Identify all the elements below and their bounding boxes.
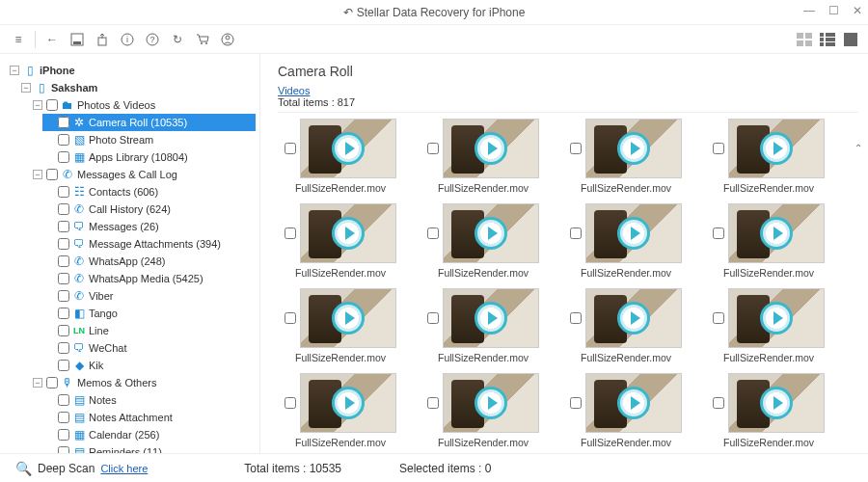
video-thumbnail[interactable] xyxy=(585,288,682,348)
thumbnail-checkbox[interactable] xyxy=(427,228,439,239)
thumbnail-item[interactable]: FullSizeRender.mov xyxy=(420,119,546,194)
view-list-icons[interactable] xyxy=(818,32,837,47)
video-thumbnail[interactable] xyxy=(728,203,825,263)
footer-selected-items: Selected items : 0 xyxy=(399,462,491,475)
thumbnail-item[interactable]: FullSizeRender.mov xyxy=(420,288,546,363)
thumbnail-item[interactable]: FullSizeRender.mov xyxy=(706,373,831,448)
thumbnail-item[interactable]: FullSizeRender.mov xyxy=(706,288,831,363)
thumbnail-checkbox[interactable] xyxy=(427,143,439,154)
thumbnail-item[interactable]: FullSizeRender.mov xyxy=(420,373,546,448)
minimize-button[interactable]: — xyxy=(803,4,815,17)
thumbnail-item[interactable]: FullSizeRender.mov xyxy=(563,119,689,194)
thumbnail-checkbox[interactable] xyxy=(427,397,439,409)
close-button[interactable]: ✕ xyxy=(853,4,862,17)
video-thumbnail[interactable] xyxy=(585,203,682,263)
tree-calendar[interactable]: ▦Calendar (256) xyxy=(42,426,256,443)
sidebar-tree[interactable]: − ▯ iPhone − ▯ Saksham xyxy=(0,54,260,453)
tree-kik[interactable]: ◆Kik xyxy=(42,357,256,374)
view-large-icons[interactable] xyxy=(795,32,814,47)
video-thumbnail[interactable] xyxy=(443,203,539,263)
thumbnail-item[interactable]: FullSizeRender.mov xyxy=(420,203,546,279)
video-thumbnail[interactable] xyxy=(300,373,396,433)
titlebar: ↶ Stellar Data Recovery for iPhone — ☐ ✕ xyxy=(0,0,868,25)
thumbnail-checkbox[interactable] xyxy=(570,312,582,324)
video-thumbnail[interactable] xyxy=(300,119,396,178)
tree-whatsapp-media[interactable]: ✆WhatsApp Media (5425) xyxy=(42,270,256,287)
thumbnail-checkbox[interactable] xyxy=(570,143,582,154)
tree-messages-call[interactable]: − ✆ Messages & Call Log xyxy=(31,166,256,183)
info-icon[interactable]: i xyxy=(117,29,138,50)
tree-camera-roll[interactable]: ✲Camera Roll (10535) xyxy=(42,114,256,131)
tree-photo-stream[interactable]: ▧Photo Stream xyxy=(42,131,256,148)
thumbnail-scroll-area[interactable]: FullSizeRender.movFullSizeRender.movFull… xyxy=(278,112,858,453)
svg-rect-20 xyxy=(826,42,835,46)
tree-apps-library[interactable]: ▦Apps Library (10804) xyxy=(42,148,256,166)
user-icon[interactable] xyxy=(217,29,238,50)
video-thumbnail[interactable] xyxy=(728,119,825,178)
thumbnail-checkbox[interactable] xyxy=(570,397,582,409)
view-details-icon[interactable] xyxy=(841,32,860,47)
section-videos-label[interactable]: Videos xyxy=(278,85,858,96)
tree-photos-videos[interactable]: − 🖿 Photos & Videos xyxy=(31,96,256,114)
video-thumbnail[interactable] xyxy=(728,288,825,348)
maximize-button[interactable]: ☐ xyxy=(828,4,839,17)
thumbnail-item[interactable]: FullSizeRender.mov xyxy=(278,373,403,448)
deep-scan[interactable]: 🔍 Deep Scan Click here xyxy=(15,461,148,476)
tree-whatsapp[interactable]: ✆WhatsApp (248) xyxy=(42,253,256,270)
video-thumbnail[interactable] xyxy=(585,373,682,433)
thumbnail-checkbox[interactable] xyxy=(570,228,582,239)
video-thumbnail[interactable] xyxy=(728,373,825,433)
tree-line[interactable]: LNLine xyxy=(42,322,256,339)
thumbnail-checkbox[interactable] xyxy=(285,228,296,239)
thumbnail-checkbox[interactable] xyxy=(713,397,724,409)
thumbnail-checkbox[interactable] xyxy=(713,228,724,239)
thumbnail-checkbox[interactable] xyxy=(285,312,296,324)
video-thumbnail[interactable] xyxy=(585,119,682,178)
back-button[interactable]: ← xyxy=(41,29,63,50)
deep-scan-link[interactable]: Click here xyxy=(100,463,148,474)
tree-tango[interactable]: ◧Tango xyxy=(42,305,256,322)
contacts-icon: ☷ xyxy=(72,185,86,199)
tree-notes-attach[interactable]: ▤Notes Attachment xyxy=(42,409,256,426)
tree-messages[interactable]: 🗨Messages (26) xyxy=(42,218,256,235)
refresh-icon[interactable]: ↻ xyxy=(167,29,188,50)
thumbnail-item[interactable]: FullSizeRender.mov xyxy=(563,288,689,363)
play-icon xyxy=(475,387,507,419)
tree-viber[interactable]: ✆Viber xyxy=(42,287,256,305)
tree-wechat[interactable]: 🗨WeChat xyxy=(42,339,256,357)
tree-reminders[interactable]: ▤Reminders (11) xyxy=(42,443,256,453)
thumbnail-item[interactable]: FullSizeRender.mov xyxy=(278,203,403,279)
thumbnail-filename: FullSizeRender.mov xyxy=(581,352,671,363)
play-icon xyxy=(617,217,650,250)
thumbnail-item[interactable]: FullSizeRender.mov xyxy=(278,288,403,363)
menu-icon[interactable]: ≡ xyxy=(8,29,29,50)
thumbnail-checkbox[interactable] xyxy=(713,312,724,324)
thumbnail-item[interactable]: FullSizeRender.mov xyxy=(706,203,831,279)
tree-memos-others[interactable]: − 🎙 Memos & Others xyxy=(31,374,256,391)
video-thumbnail[interactable] xyxy=(443,288,539,348)
thumbnail-checkbox[interactable] xyxy=(285,397,296,409)
thumbnail-item[interactable]: FullSizeRender.mov xyxy=(563,373,689,448)
tree-call-history[interactable]: ✆Call History (624) xyxy=(42,201,256,218)
thumbnail-checkbox[interactable] xyxy=(427,312,439,324)
video-thumbnail[interactable] xyxy=(443,373,539,433)
tree-contacts[interactable]: ☷Contacts (606) xyxy=(42,183,256,201)
tree-msg-attach[interactable]: 🗨Message Attachments (394) xyxy=(42,235,256,253)
video-thumbnail[interactable] xyxy=(300,203,396,263)
tree-root-iphone[interactable]: − ▯ iPhone xyxy=(8,62,256,79)
thumbnail-checkbox[interactable] xyxy=(285,143,296,154)
help-icon[interactable]: ? xyxy=(142,29,163,50)
cart-icon[interactable] xyxy=(192,29,213,50)
video-thumbnail[interactable] xyxy=(443,119,539,178)
thumbnail-checkbox[interactable] xyxy=(713,143,724,154)
reminders-icon: ▤ xyxy=(72,445,86,453)
tree-notes[interactable]: ▤Notes xyxy=(42,391,256,409)
video-thumbnail[interactable] xyxy=(300,288,396,348)
scroll-up-icon[interactable]: ⌃ xyxy=(854,143,862,153)
thumbnail-item[interactable]: FullSizeRender.mov xyxy=(278,119,403,194)
thumbnail-item[interactable]: FullSizeRender.mov xyxy=(563,203,689,279)
save-icon[interactable] xyxy=(67,29,88,50)
thumbnail-item[interactable]: FullSizeRender.mov xyxy=(706,119,831,194)
tree-device[interactable]: − ▯ Saksham xyxy=(19,79,256,96)
export-icon[interactable] xyxy=(92,29,113,50)
